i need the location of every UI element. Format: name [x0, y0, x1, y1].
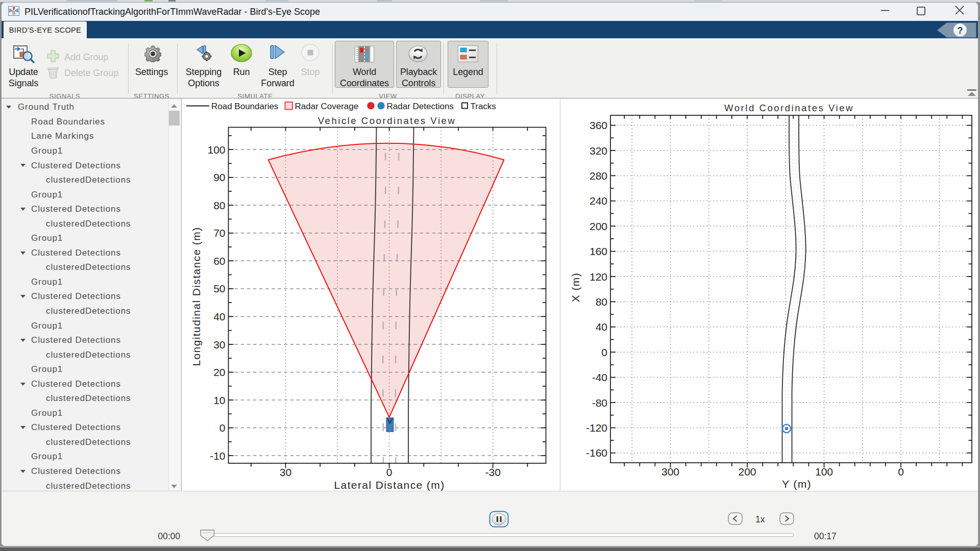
svg-text:Tracks: Tracks [471, 102, 496, 111]
svg-text:30: 30 [280, 466, 291, 478]
svg-text:300: 300 [662, 466, 679, 478]
svg-text:360: 360 [590, 119, 607, 131]
svg-text:0: 0 [386, 466, 393, 478]
svg-text:80: 80 [213, 199, 225, 211]
svg-text:90: 90 [213, 171, 225, 183]
svg-text:70: 70 [213, 227, 225, 239]
svg-text:20: 20 [213, 366, 225, 378]
svg-text:10: 10 [213, 394, 225, 406]
svg-text:200: 200 [738, 466, 756, 478]
svg-text:Vehicle Coordinates View: Vehicle Coordinates View [318, 115, 456, 126]
svg-text:60: 60 [213, 255, 225, 267]
svg-text:Road Boundaries: Road Boundaries [211, 102, 278, 111]
svg-text:Y (m): Y (m) [782, 478, 812, 490]
svg-text:0: 0 [219, 422, 226, 434]
svg-text:160: 160 [590, 245, 607, 257]
svg-text:40: 40 [213, 311, 225, 322]
svg-text:Radar Coverage: Radar Coverage [295, 102, 359, 111]
svg-text:Lateral Distance (m): Lateral Distance (m) [334, 479, 445, 491]
svg-text:-80: -80 [592, 397, 607, 409]
svg-text:280: 280 [590, 170, 607, 182]
svg-text:120: 120 [590, 271, 607, 283]
svg-text:-120: -120 [586, 422, 607, 434]
svg-text:100: 100 [815, 466, 833, 478]
svg-text:320: 320 [590, 145, 607, 157]
svg-text:-10: -10 [210, 450, 225, 462]
svg-text:-30: -30 [485, 466, 501, 478]
svg-text:30: 30 [213, 339, 225, 350]
svg-text:100: 100 [207, 144, 225, 156]
svg-text:50: 50 [213, 283, 225, 294]
svg-text:240: 240 [590, 195, 607, 207]
svg-text:-160: -160 [586, 447, 607, 459]
svg-text:?: ? [958, 26, 963, 36]
svg-text:Longitudinal Distance (m): Longitudinal Distance (m) [190, 227, 202, 366]
svg-text:World Coordinates View: World Coordinates View [724, 103, 854, 113]
svg-text:-40: -40 [592, 371, 607, 383]
svg-text:X (m): X (m) [570, 272, 581, 302]
svg-text:0: 0 [601, 346, 607, 358]
svg-text:80: 80 [596, 296, 607, 308]
svg-text:40: 40 [596, 321, 607, 333]
svg-text:0: 0 [898, 466, 904, 478]
svg-text:Radar Detections: Radar Detections [387, 102, 454, 111]
svg-text:200: 200 [590, 220, 607, 232]
